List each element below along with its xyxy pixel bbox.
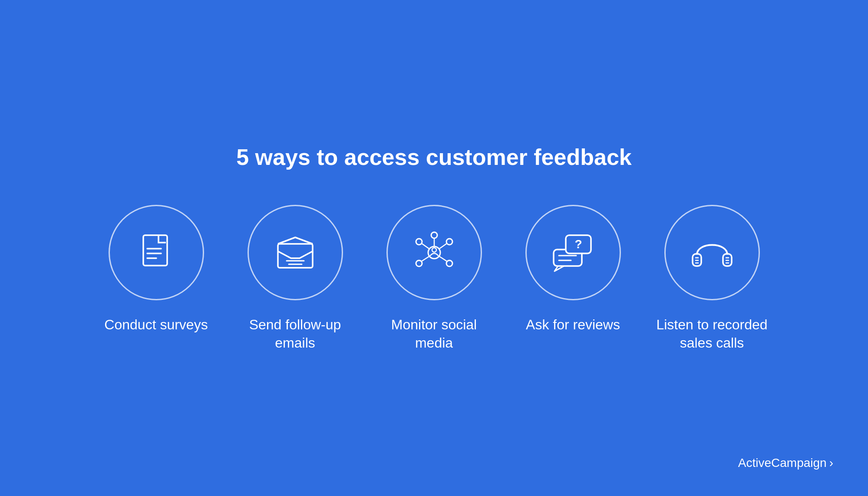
survey-icon — [132, 229, 180, 276]
page-title: 5 ways to access customer feedback — [236, 144, 631, 170]
card-follow-up-emails: Send follow-up emails — [239, 205, 352, 352]
headphone-icon — [688, 229, 736, 276]
svg-line-16 — [439, 243, 447, 249]
svg-point-9 — [416, 239, 422, 245]
cards-container: Conduct surveys Send follow-up emails — [100, 205, 769, 352]
card-label-ask-reviews: Ask for reviews — [526, 316, 620, 334]
circle-social-media — [386, 205, 482, 300]
brand-name: ActiveCampaign — [738, 456, 827, 470]
svg-point-13 — [446, 260, 452, 266]
card-label-sales-calls: Listen to recorded sales calls — [656, 316, 769, 352]
branding: ActiveCampaign › — [738, 456, 833, 470]
card-label-follow-up-emails: Send follow-up emails — [239, 316, 352, 352]
circle-conduct-surveys — [109, 205, 204, 300]
social-icon — [410, 229, 458, 276]
circle-follow-up-emails — [248, 205, 343, 300]
svg-point-12 — [416, 260, 422, 266]
svg-point-10 — [431, 232, 437, 238]
svg-line-18 — [439, 256, 447, 261]
brand-arrow: › — [829, 456, 833, 470]
card-label-social-media: Monitor social media — [378, 316, 491, 352]
svg-rect-0 — [143, 235, 167, 266]
svg-line-17 — [422, 256, 429, 261]
card-ask-reviews: ? Ask for reviews — [517, 205, 630, 334]
circle-ask-reviews: ? — [525, 205, 621, 300]
svg-line-14 — [422, 243, 429, 249]
card-conduct-surveys: Conduct surveys — [100, 205, 213, 334]
card-social-media: Monitor social media — [378, 205, 491, 352]
svg-point-11 — [446, 239, 452, 245]
card-sales-calls: Listen to recorded sales calls — [656, 205, 769, 352]
reviews-icon: ? — [549, 229, 597, 276]
svg-point-8 — [432, 248, 436, 252]
circle-sales-calls — [664, 205, 760, 300]
card-label-conduct-surveys: Conduct surveys — [104, 316, 208, 334]
svg-text:?: ? — [574, 237, 582, 251]
email-icon — [271, 229, 319, 276]
